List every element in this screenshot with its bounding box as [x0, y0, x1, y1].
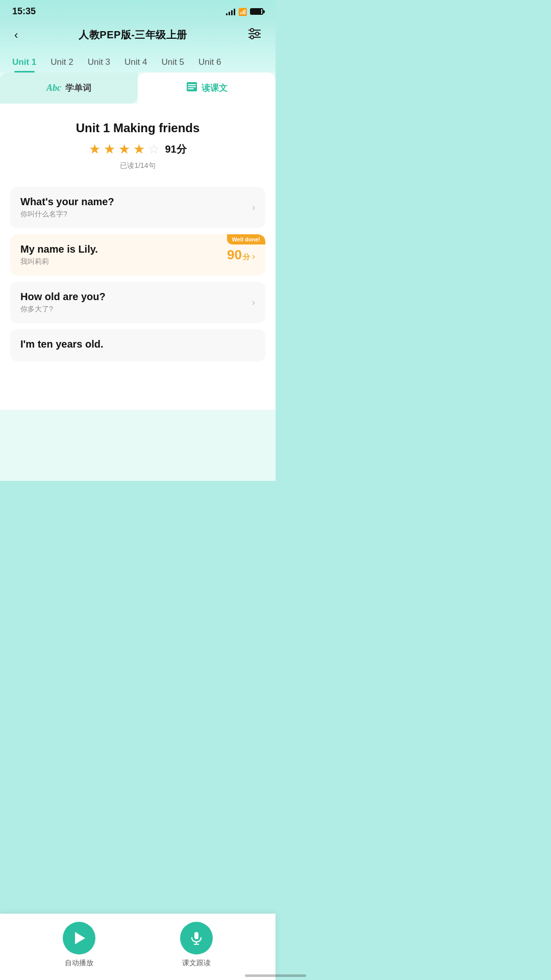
sentence-en-1: What's your name?: [20, 196, 252, 208]
chevron-right-icon-1: ›: [252, 202, 255, 213]
tab-unit6[interactable]: Unit 6: [191, 51, 228, 72]
sentence-list: What's your name? 你叫什么名字? › Well done! M…: [10, 187, 265, 361]
unit-main-title: Unit 1 Making friends: [10, 121, 265, 135]
score-badge-2: 90 分 ›: [227, 247, 255, 263]
abc-icon: Abc: [46, 83, 61, 93]
signal-icon: [226, 8, 235, 15]
progress-text: 已读1/14句: [10, 161, 265, 170]
star-3: ★: [118, 141, 130, 157]
unit-title-section: Unit 1 Making friends ★ ★ ★ ★ ☆ 91分 已读1/…: [10, 116, 265, 179]
svg-point-3: [251, 29, 254, 32]
status-bar: 15:35 📶: [0, 0, 276, 21]
sentence-text-4: I'm ten years old.: [20, 338, 255, 352]
sentence-text-3: How old are you? 你多大了?: [20, 291, 252, 314]
unit-tabs: Unit 1 Unit 2 Unit 3 Unit 4 Unit 5 Unit …: [5, 51, 270, 72]
svg-point-5: [251, 36, 254, 39]
header: ‹ 人教PEP版-三年级上册: [0, 21, 276, 51]
book-icon: [186, 82, 197, 94]
sentence-card-4[interactable]: I'm ten years old.: [10, 329, 265, 361]
star-4: ★: [133, 141, 145, 157]
svg-point-4: [256, 32, 259, 35]
sentence-card-3[interactable]: How old are you? 你多大了? ›: [10, 282, 265, 323]
tab-vocab[interactable]: Abc 学单词: [0, 72, 138, 104]
sentence-en-2: My name is Lily.: [20, 243, 227, 255]
tab-unit4[interactable]: Unit 4: [117, 51, 154, 72]
stars-row: ★ ★ ★ ★ ☆ 91分: [10, 141, 265, 157]
tab-unit3[interactable]: Unit 3: [81, 51, 117, 72]
content-card: Unit 1 Making friends ★ ★ ★ ★ ☆ 91分 已读1/…: [0, 104, 276, 410]
sentence-en-3: How old are you?: [20, 291, 252, 303]
sentence-en-4: I'm ten years old.: [20, 338, 255, 350]
main-content: Abc 学单词 读课文 Unit 1 Making friends ★ ★ ★: [0, 72, 276, 481]
chevron-score-icon: ›: [252, 251, 255, 262]
well-done-badge: Well done!: [227, 234, 265, 244]
unit-tabs-container: Unit 1 Unit 2 Unit 3 Unit 4 Unit 5 Unit …: [0, 51, 276, 72]
sentence-text-1: What's your name? 你叫什么名字?: [20, 196, 252, 219]
wifi-icon: 📶: [238, 8, 247, 16]
sentence-card-1[interactable]: What's your name? 你叫什么名字? ›: [10, 187, 265, 228]
filter-button[interactable]: [244, 26, 265, 44]
score-num-2: 90: [227, 247, 242, 263]
tab-text[interactable]: 读课文: [138, 72, 276, 104]
sentence-cn-2: 我叫莉莉: [20, 257, 227, 266]
score-fen-2: 分: [243, 253, 250, 262]
star-2: ★: [104, 141, 115, 157]
battery-icon: [250, 8, 263, 15]
sub-tabs: Abc 学单词 读课文: [0, 72, 276, 104]
star-5: ☆: [148, 141, 160, 157]
chevron-right-icon-3: ›: [252, 297, 255, 308]
sentence-cn-3: 你多大了?: [20, 305, 252, 314]
sentence-card-2[interactable]: Well done! My name is Lily. 我叫莉莉 90 分 ›: [10, 234, 265, 276]
status-time: 15:35: [12, 6, 36, 17]
tab-unit5[interactable]: Unit 5: [155, 51, 191, 72]
status-icons: 📶: [226, 8, 263, 16]
score-display: 91分: [165, 142, 186, 156]
tab-unit2[interactable]: Unit 2: [43, 51, 80, 72]
sentence-cn-1: 你叫什么名字?: [20, 210, 252, 219]
sentence-text-2: My name is Lily. 我叫莉莉: [20, 243, 227, 266]
tab-unit1[interactable]: Unit 1: [5, 51, 43, 72]
back-button[interactable]: ‹: [10, 27, 22, 44]
page-title: 人教PEP版-三年级上册: [79, 28, 187, 42]
star-1: ★: [89, 141, 101, 157]
